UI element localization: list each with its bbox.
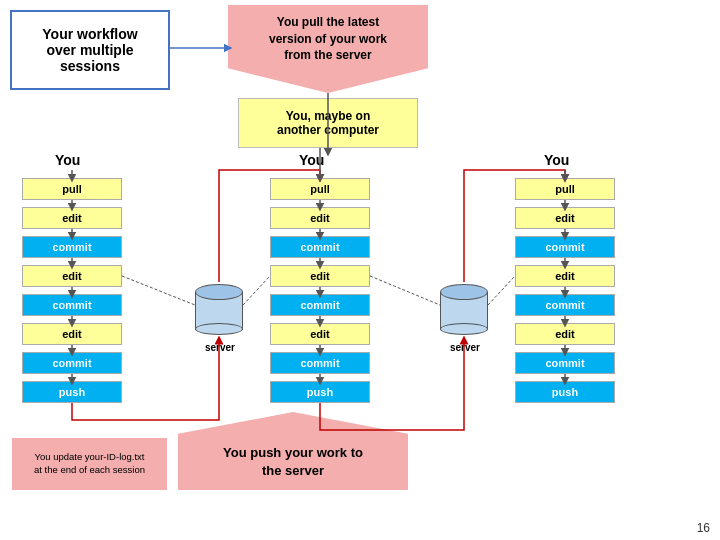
title-text: Your workflow over multiple sessions <box>42 26 137 74</box>
right-commit1: commit <box>515 236 615 258</box>
svg-line-26 <box>243 276 270 305</box>
left-commit1: commit <box>22 236 122 258</box>
right-edit3: edit <box>515 323 615 345</box>
right-push: push <box>515 381 615 403</box>
left-pull: pull <box>22 178 122 200</box>
col-label-middle: You <box>299 152 324 168</box>
mid-edit1: edit <box>270 207 370 229</box>
left-edit2: edit <box>22 265 122 287</box>
note-text: You update your-ID-log.txt at the end of… <box>34 451 145 477</box>
title-box: Your workflow over multiple sessions <box>10 10 170 90</box>
mid-pull: pull <box>270 178 370 200</box>
mid-edit2: edit <box>270 265 370 287</box>
mid-commit1: commit <box>270 236 370 258</box>
right-edit1: edit <box>515 207 615 229</box>
svg-line-27 <box>370 276 440 305</box>
info-box-bottom: You push your work to the server <box>178 412 408 490</box>
page-container: Your workflow over multiple sessions You… <box>0 0 720 540</box>
left-edit1: edit <box>22 207 122 229</box>
page-number: 16 <box>697 521 710 535</box>
you-maybe-box: You, maybe on another computer <box>238 98 418 148</box>
you-maybe-text: You, maybe on another computer <box>277 109 379 137</box>
left-commit3: commit <box>22 352 122 374</box>
col-label-right: You <box>544 152 569 168</box>
mid-commit3: commit <box>270 352 370 374</box>
left-commit2: commit <box>22 294 122 316</box>
right-pull: pull <box>515 178 615 200</box>
col-label-left: You <box>55 152 80 168</box>
svg-line-28 <box>488 276 515 305</box>
left-edit3: edit <box>22 323 122 345</box>
mid-push: push <box>270 381 370 403</box>
server2-label: server <box>443 342 487 353</box>
info-box-note: You update your-ID-log.txt at the end of… <box>12 438 167 490</box>
mid-commit2: commit <box>270 294 370 316</box>
server1-label: server <box>198 342 242 353</box>
right-edit2: edit <box>515 265 615 287</box>
info-box-top: You pull the latest version of your work… <box>228 5 428 93</box>
info-top-text: You pull the latest version of your work… <box>269 14 387 64</box>
right-commit2: commit <box>515 294 615 316</box>
left-push: push <box>22 381 122 403</box>
svg-line-25 <box>122 276 195 305</box>
info-bottom-text: You push your work to the server <box>223 444 363 480</box>
right-commit3: commit <box>515 352 615 374</box>
mid-edit3: edit <box>270 323 370 345</box>
